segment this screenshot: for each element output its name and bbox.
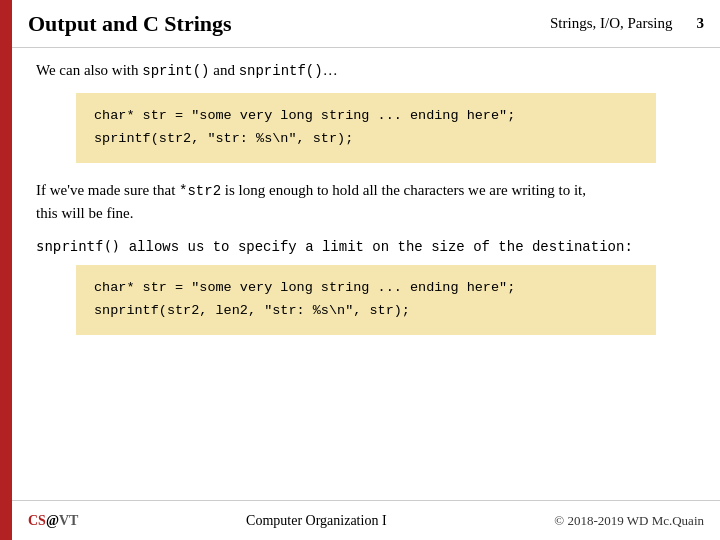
code-block-2-line2: snprintf(str2, len2, "str: %s\n", str); <box>94 300 638 323</box>
title-part1: Output and <box>28 11 137 36</box>
slide-title: Output and C Strings <box>28 11 232 37</box>
slide-header: Output and C Strings Strings, I/O, Parsi… <box>12 0 720 48</box>
footer-vt: VT <box>59 513 78 528</box>
slide-content: We can also with sprint() and snprintf()… <box>12 48 720 500</box>
intro-text2: and <box>209 62 238 78</box>
red-accent-bar <box>0 0 12 540</box>
intro-text3: … <box>323 62 338 78</box>
snprintf-intro-line: snprintf() allows us to specify a limit … <box>36 238 696 255</box>
footer-course: Computer Organization I <box>246 513 387 529</box>
snprintf-text: allows us to specify a limit on the size… <box>120 239 632 255</box>
slide-number: 3 <box>697 15 705 32</box>
code-block-2-line1: char* str = "some very long string ... e… <box>94 277 638 300</box>
body-text2: is long enough to hold all the character… <box>221 182 586 198</box>
title-part2: C Strings <box>143 11 232 36</box>
code-block-1-line1: char* str = "some very long string ... e… <box>94 105 638 128</box>
body-paragraph: If we've made sure that *str2 is long en… <box>36 179 696 225</box>
subtitle: Strings, I/O, Parsing <box>550 15 673 32</box>
body-text3: this will be fine. <box>36 205 134 221</box>
code-block-1-line2: sprintf(str2, "str: %s\n", str); <box>94 128 638 151</box>
slide-footer: CS@VT Computer Organization I © 2018-201… <box>12 500 720 540</box>
footer-cs: CS <box>28 513 46 528</box>
code-block-1: char* str = "some very long string ... e… <box>76 93 656 163</box>
body-code: *str2 <box>179 183 221 199</box>
code-block-2: char* str = "some very long string ... e… <box>76 265 656 335</box>
intro-text1: We can also with <box>36 62 142 78</box>
header-right: Strings, I/O, Parsing 3 <box>550 15 704 32</box>
footer-copyright: © 2018-2019 WD Mc.Quain <box>554 513 704 529</box>
snprintf-code: snprintf() <box>36 238 120 254</box>
intro-code2: snprintf() <box>239 63 323 79</box>
intro-code1: sprint() <box>142 63 209 79</box>
footer-logo: CS@VT <box>28 513 78 529</box>
intro-paragraph: We can also with sprint() and snprintf()… <box>36 62 696 79</box>
body-text1: If we've made sure that <box>36 182 179 198</box>
footer-at: @ <box>46 513 59 528</box>
